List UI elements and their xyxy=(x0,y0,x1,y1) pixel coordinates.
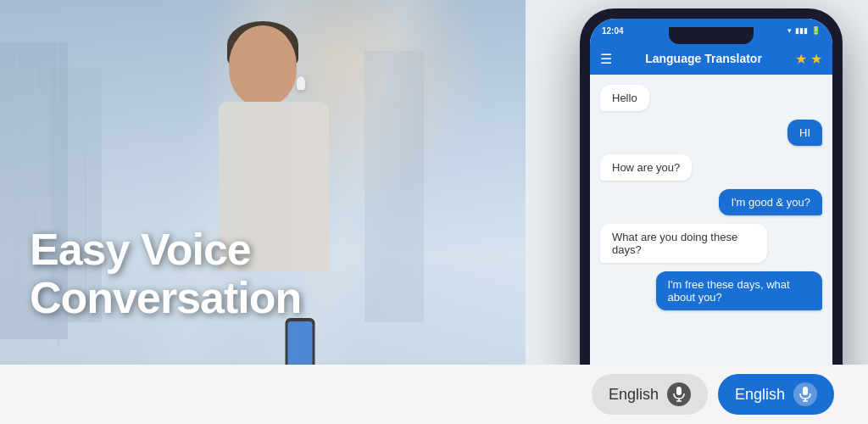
chat-area: Hello HI How are you? I'm good & you? Wh… xyxy=(590,75,832,405)
battery-icon: 🔋 xyxy=(811,26,821,35)
lang-right-label: English xyxy=(735,386,785,404)
message-bubble-right: HI xyxy=(787,120,822,146)
status-icons: ▾ ▮▮▮ 🔋 xyxy=(787,26,821,35)
lang-left-label: English xyxy=(609,386,659,404)
app-title: Language Translator xyxy=(619,52,788,65)
language-button-right[interactable]: English xyxy=(718,374,834,415)
headline-line1: Easy Voice xyxy=(30,226,301,274)
language-button-left[interactable]: English xyxy=(592,374,708,415)
phone-notch xyxy=(669,27,754,44)
message-bubble-left: How are you? xyxy=(600,154,692,181)
wifi-icon: ▾ xyxy=(787,26,792,35)
star-icon-1[interactable]: ★ xyxy=(795,51,807,67)
app-header: ☰ Language Translator ★ ★ xyxy=(590,42,832,75)
status-time: 12:04 xyxy=(602,26,624,36)
menu-icon[interactable]: ☰ xyxy=(600,51,612,67)
bottom-bar: English English xyxy=(0,365,868,424)
message-bubble-left: What are you doing these days? xyxy=(600,224,767,263)
signal-icon: ▮▮▮ xyxy=(795,26,808,35)
message-bubble-right: I'm good & you? xyxy=(719,189,822,215)
mic-icon-right xyxy=(793,382,817,406)
star-icon-2[interactable]: ★ xyxy=(810,51,822,67)
hero-background: Easy Voice Conversation xyxy=(0,0,526,424)
header-icons: ★ ★ xyxy=(795,51,822,67)
svg-rect-3 xyxy=(803,387,808,395)
svg-rect-0 xyxy=(676,387,682,395)
headline-line2: Conversation xyxy=(30,274,301,322)
message-bubble-left: Hello xyxy=(600,85,649,111)
phone-screen: 12:04 ▾ ▮▮▮ 🔋 ☰ Language Translator ★ ★ … xyxy=(590,19,832,405)
hero-headline: Easy Voice Conversation xyxy=(30,226,301,322)
message-bubble-right: I'm free these days, what about you? xyxy=(656,271,823,310)
text-overlay xyxy=(0,0,526,424)
phone-mockup: 12:04 ▾ ▮▮▮ 🔋 ☰ Language Translator ★ ★ … xyxy=(580,8,843,416)
mic-icon-left xyxy=(667,382,691,406)
